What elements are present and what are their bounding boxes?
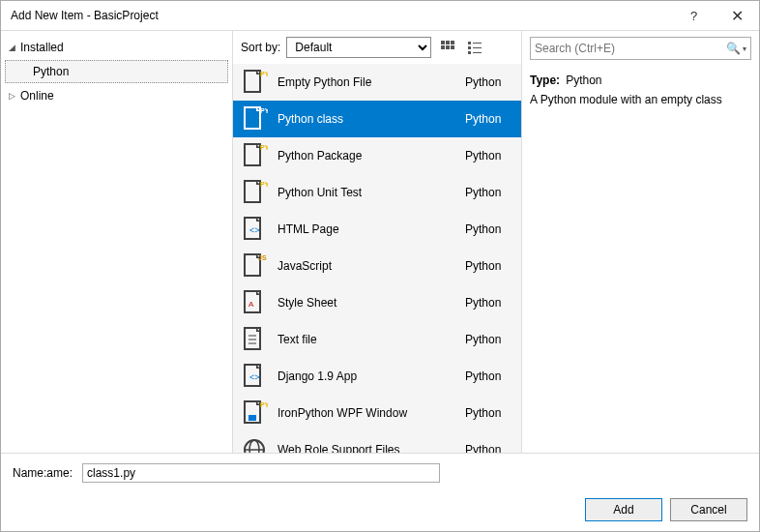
file-py-icon: PY: [241, 179, 268, 206]
name-label: Name:: [13, 466, 46, 480]
details-type-row: Type: Python: [530, 74, 751, 87]
footer: Name: ame: Add Cancel: [1, 453, 759, 531]
svg-text:PY: PY: [260, 107, 268, 114]
file-django-icon: <>: [241, 363, 268, 390]
svg-rect-3: [441, 45, 445, 49]
svg-text:PY: PY: [260, 181, 268, 188]
item-name: HTML Page: [278, 222, 455, 236]
svg-text:PY: PY: [260, 401, 268, 408]
file-web-icon: [241, 436, 268, 453]
button-row: Add Cancel: [13, 498, 747, 521]
tree-python-label: Python: [33, 65, 69, 78]
item-name: IronPython WPF Window: [278, 406, 455, 420]
center-header: Sort by: Default: [233, 31, 521, 64]
file-wpf-icon: PY: [241, 399, 268, 427]
list-item[interactable]: PY Python class Python: [233, 101, 521, 137]
svg-rect-6: [468, 42, 471, 44]
search-icons: 🔍 ▾: [726, 42, 746, 55]
list-item[interactable]: PY Empty Python File Python: [233, 64, 521, 101]
svg-rect-34: [248, 415, 256, 421]
name-input[interactable]: [82, 463, 440, 483]
item-type: Python: [465, 112, 513, 126]
sidebar: ◢ Installed Python ▷ Online: [1, 31, 233, 453]
file-css-icon: A: [241, 289, 268, 316]
item-type: Python: [465, 296, 513, 310]
titlebar-buttons: ? ✕: [672, 1, 759, 30]
svg-rect-2: [451, 41, 454, 44]
tree-online-label: Online: [20, 89, 54, 103]
list-item[interactable]: A Style Sheet Python: [233, 284, 521, 321]
svg-point-35: [245, 440, 264, 453]
name-row: Name: ame:: [13, 463, 747, 483]
svg-rect-10: [468, 51, 471, 54]
item-list[interactable]: PY Empty Python File Python PY Python cl…: [233, 64, 521, 453]
svg-rect-4: [446, 45, 450, 49]
list-item[interactable]: Web Role Support Files Python: [233, 431, 521, 453]
svg-text:JS: JS: [258, 254, 267, 261]
svg-text:<>: <>: [249, 225, 260, 235]
search-input[interactable]: [535, 42, 726, 55]
type-label: Type:: [530, 74, 560, 87]
item-name: Python Package: [278, 149, 455, 163]
main-area: ◢ Installed Python ▷ Online Sort by: Def…: [1, 30, 759, 453]
list-item[interactable]: PY IronPython WPF Window Python: [233, 395, 521, 431]
description: A Python module with an empty class: [530, 93, 751, 106]
tree-python[interactable]: Python: [5, 60, 228, 83]
search-dropdown-icon[interactable]: ▾: [743, 44, 746, 53]
svg-rect-5: [451, 45, 454, 49]
file-py-icon: PY: [241, 142, 268, 169]
list-item[interactable]: JS JavaScript Python: [233, 248, 521, 284]
item-type: Python: [465, 406, 513, 420]
file-py-icon: PY: [241, 69, 268, 96]
item-type: Python: [465, 333, 513, 346]
list-item[interactable]: PY Python Package Python: [233, 137, 521, 174]
svg-text:PY: PY: [260, 71, 268, 77]
add-button[interactable]: Add: [585, 498, 662, 521]
item-name: JavaScript: [278, 259, 455, 273]
svg-text:PY: PY: [260, 144, 268, 151]
help-button[interactable]: ?: [672, 1, 716, 30]
list-item[interactable]: <> Django 1.9 App Python: [233, 358, 521, 395]
type-value: Python: [566, 74, 601, 87]
item-type: Python: [465, 259, 513, 273]
search-box[interactable]: 🔍 ▾: [530, 37, 751, 60]
file-py-icon: PY: [241, 105, 268, 133]
sortby-select[interactable]: Default: [286, 37, 431, 58]
item-name: Web Role Support Files: [278, 443, 455, 453]
item-type: Python: [465, 186, 513, 199]
view-list-button[interactable]: [464, 37, 485, 58]
caret-right-icon: ▷: [9, 91, 20, 101]
file-js-icon: JS: [241, 252, 268, 280]
svg-rect-11: [473, 52, 482, 53]
item-type: Python: [465, 369, 513, 383]
svg-text:A: A: [248, 300, 254, 309]
cancel-button[interactable]: Cancel: [670, 498, 747, 521]
svg-rect-8: [468, 46, 471, 49]
close-button[interactable]: ✕: [716, 1, 759, 30]
tree-online[interactable]: ▷ Online: [1, 85, 232, 106]
tree-installed[interactable]: ◢ Installed: [1, 37, 232, 58]
center-panel: Sort by: Default PY Empty Python File Py…: [233, 31, 522, 453]
svg-text:<>: <>: [249, 372, 260, 382]
list-item[interactable]: PY Python Unit Test Python: [233, 174, 521, 211]
svg-rect-0: [441, 41, 445, 44]
item-name: Empty Python File: [278, 75, 455, 89]
item-name: Python class: [278, 112, 455, 126]
item-type: Python: [465, 75, 513, 89]
item-type: Python: [465, 443, 513, 453]
details: Type: Python A Python module with an emp…: [530, 68, 751, 106]
titlebar: Add New Item - BasicProject ? ✕: [1, 1, 759, 30]
search-icon[interactable]: 🔍: [726, 42, 741, 55]
item-type: Python: [465, 149, 513, 163]
svg-rect-1: [446, 41, 450, 44]
view-grid-button[interactable]: [437, 37, 458, 58]
svg-rect-9: [473, 47, 482, 48]
list-item[interactable]: Text file Python: [233, 321, 521, 358]
name-label-rest: ame:: [46, 466, 73, 480]
list-item[interactable]: <> HTML Page Python: [233, 211, 521, 248]
svg-point-36: [249, 440, 259, 453]
item-name: Text file: [278, 333, 455, 346]
file-txt-icon: [241, 326, 268, 353]
item-name: Django 1.9 App: [278, 369, 455, 383]
item-type: Python: [465, 222, 513, 236]
